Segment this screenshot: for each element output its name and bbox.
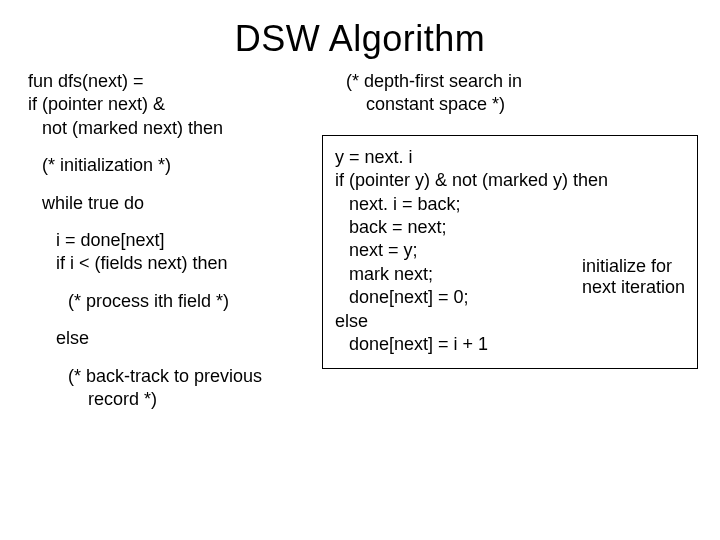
slide-content: fun dfs(next) = if (pointer next) & not … [0, 70, 720, 425]
code-line: next. i = back; [335, 193, 685, 216]
code-line: done[next] = i + 1 [335, 333, 685, 356]
boxed-code: y = next. i if (pointer y) & not (marked… [322, 135, 698, 370]
code-line: not (marked next) then [28, 117, 322, 140]
comment-process: (* process ith field *) [28, 290, 322, 313]
code-line: record *) [28, 388, 322, 411]
slide-title: DSW Algorithm [0, 18, 720, 60]
code-block-i: i = done[next] if i < (fields next) then [28, 229, 322, 276]
code-line: if i < (fields next) then [28, 252, 322, 275]
annotation-initialize: initialize for next iteration [582, 256, 685, 299]
annotation-line: initialize for [582, 256, 685, 278]
code-line: y = next. i [335, 146, 685, 169]
code-line-else: else [28, 327, 322, 350]
code-line: (* back-track to previous [28, 365, 322, 388]
code-line-while: while true do [28, 192, 322, 215]
comment-backtrack: (* back-track to previous record *) [28, 365, 322, 412]
left-column: fun dfs(next) = if (pointer next) & not … [28, 70, 322, 425]
code-line: back = next; [335, 216, 685, 239]
code-line: constant space *) [346, 93, 698, 116]
comment-dfs: (* depth-first search in constant space … [346, 70, 698, 117]
code-line: if (pointer next) & [28, 93, 322, 116]
right-column: (* depth-first search in constant space … [322, 70, 698, 425]
annotation-line: next iteration [582, 277, 685, 299]
code-line: (* depth-first search in [346, 70, 698, 93]
code-line: fun dfs(next) = [28, 70, 322, 93]
code-line: else [335, 310, 685, 333]
code-block-fun: fun dfs(next) = if (pointer next) & not … [28, 70, 322, 140]
code-line: if (pointer y) & not (marked y) then [335, 169, 685, 192]
comment-init: (* initialization *) [28, 154, 322, 177]
code-line: i = done[next] [28, 229, 322, 252]
